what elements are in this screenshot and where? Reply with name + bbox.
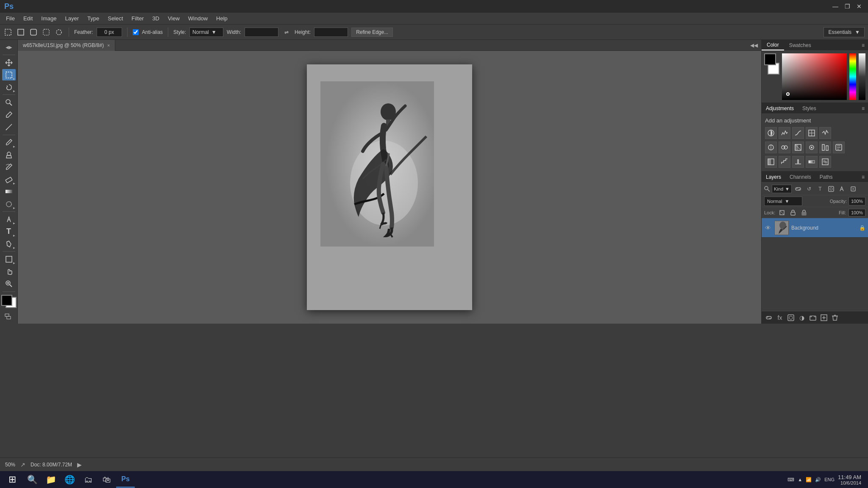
store-taskbar-icon[interactable]: 🛍	[97, 471, 116, 488]
posterize-adj[interactable]	[779, 156, 790, 168]
shape-tool[interactable]: ▶	[2, 253, 16, 265]
new-group-btn[interactable]	[808, 313, 818, 322]
menu-file[interactable]: File	[2, 14, 19, 23]
threshold-adj[interactable]	[792, 156, 804, 168]
menu-edit[interactable]: Edit	[19, 14, 37, 23]
file-explorer-taskbar-icon[interactable]: 📁	[42, 471, 60, 488]
menu-3d[interactable]: 3D	[148, 14, 164, 23]
quick-select-tool[interactable]	[2, 97, 16, 108]
move-tool[interactable]	[2, 57, 16, 68]
exposure-adj[interactable]	[806, 127, 818, 139]
close-document-tab[interactable]: ×	[107, 43, 110, 48]
new-layer-btn[interactable]	[819, 313, 829, 322]
menu-window[interactable]: Window	[184, 14, 212, 23]
gradient-map-adj[interactable]	[806, 156, 818, 168]
layer-smart-obj-icon[interactable]	[849, 184, 858, 194]
layer-row-background[interactable]: 👁 Background 🔒	[762, 218, 868, 238]
search-taskbar-icon[interactable]: 🔍	[23, 471, 42, 488]
pen-tool[interactable]: ▶	[2, 214, 16, 225]
antialias-checkbox[interactable]	[133, 29, 139, 35]
extra-tools[interactable]	[2, 311, 16, 322]
color-gradient-picker[interactable]	[782, 53, 847, 100]
menu-type[interactable]: Type	[83, 14, 103, 23]
invert-adj[interactable]	[765, 156, 777, 168]
stamp-tool[interactable]	[2, 149, 16, 161]
collapse-toolbar-btn[interactable]: ◀▶	[2, 42, 16, 53]
tab-styles[interactable]: Styles	[798, 104, 821, 113]
curves-adj[interactable]	[792, 127, 804, 139]
foreground-color-swatch[interactable]	[1, 295, 12, 306]
document-tab[interactable]: w657k8eU1SI.jpg @ 50% (RGB/8#) ×	[18, 40, 115, 51]
marquee-tool-rect[interactable]	[3, 28, 13, 37]
color-opacity-bar[interactable]	[859, 53, 865, 100]
tab-layers[interactable]: Layers	[762, 172, 785, 182]
color-panel-menu[interactable]: ≡	[858, 42, 868, 48]
gradient-tool[interactable]	[2, 186, 16, 197]
start-button[interactable]: ⊞	[2, 471, 23, 488]
minimize-button[interactable]: —	[831, 2, 840, 11]
tool-option-4[interactable]	[54, 28, 64, 37]
tool-option-3[interactable]	[42, 28, 51, 37]
menu-filter[interactable]: Filter	[127, 14, 148, 23]
volume-icon[interactable]: 🔊	[815, 477, 821, 482]
collapse-panel-button[interactable]: ◀◀	[747, 42, 761, 48]
add-style-btn[interactable]: fx	[775, 313, 785, 322]
maximize-button[interactable]: ❐	[843, 2, 852, 11]
tool-option-1[interactable]	[16, 28, 25, 37]
arrow-up-icon[interactable]: ▲	[798, 477, 802, 482]
swap-dimensions-icon[interactable]: ⇌	[282, 28, 291, 37]
menu-help[interactable]: Help	[212, 14, 232, 23]
marquee-tool[interactable]: ▶	[2, 69, 16, 80]
feather-input[interactable]	[97, 28, 122, 37]
browser-taskbar-icon[interactable]: 🌐	[60, 471, 79, 488]
color-balance-adj[interactable]	[779, 141, 790, 153]
layer-type-icon[interactable]: T	[815, 184, 825, 194]
essentials-dropdown[interactable]: Essentials ▼	[823, 27, 865, 37]
blur-tool[interactable]: ▶	[2, 198, 16, 210]
layer-refresh-icon[interactable]: ↺	[804, 184, 814, 194]
canvas-viewport[interactable]	[18, 51, 761, 324]
type-tool[interactable]: T ▶	[2, 226, 16, 237]
tab-channels[interactable]: Channels	[785, 172, 815, 182]
menu-view[interactable]: View	[164, 14, 184, 23]
tab-paths[interactable]: Paths	[815, 172, 837, 182]
brush-tool[interactable]: ▶	[2, 136, 16, 148]
fill-input[interactable]	[849, 209, 865, 216]
path-select-tool[interactable]: ▶	[2, 238, 16, 250]
lock-pixels-btn[interactable]	[778, 208, 786, 217]
color-spectrum-bar[interactable]	[849, 53, 856, 100]
photo-filter-adj[interactable]	[806, 141, 818, 153]
network-icon[interactable]: 📶	[806, 477, 812, 482]
lock-position-btn[interactable]	[789, 208, 797, 217]
tab-adjustments[interactable]: Adjustments	[762, 104, 798, 113]
vibrance-adj[interactable]	[819, 127, 831, 139]
brightness-contrast-adj[interactable]	[765, 127, 777, 139]
keyboard-icon[interactable]: ⌨	[787, 477, 794, 482]
lock-all-btn[interactable]	[800, 208, 808, 217]
blend-mode-dropdown[interactable]: Normal ▼	[764, 197, 802, 206]
adjustments-panel-menu[interactable]: ≡	[858, 105, 868, 111]
lasso-tool[interactable]: ▶	[2, 81, 16, 93]
link-layers-btn[interactable]	[764, 313, 773, 322]
close-button[interactable]: ✕	[854, 2, 864, 11]
layers-filter-dropdown[interactable]: Kind ▼	[772, 185, 792, 193]
width-input[interactable]	[245, 28, 278, 37]
new-adjustment-btn[interactable]: ◑	[797, 313, 807, 322]
hue-sat-adj[interactable]	[765, 141, 777, 153]
tab-color[interactable]: Color	[762, 40, 784, 50]
menu-select[interactable]: Select	[103, 14, 127, 23]
menu-layer[interactable]: Layer	[61, 14, 83, 23]
tab-swatches[interactable]: Swatches	[784, 41, 816, 50]
levels-adj[interactable]	[779, 127, 790, 139]
style-dropdown[interactable]: Normal ▼	[189, 28, 223, 37]
eraser-tool[interactable]: ▶	[2, 174, 16, 185]
hand-tool[interactable]	[2, 266, 16, 277]
add-mask-btn[interactable]	[786, 313, 796, 322]
status-play-icon[interactable]: ▶	[77, 461, 82, 468]
ruler-tool[interactable]	[2, 121, 16, 133]
layers-panel-menu[interactable]: ≡	[858, 174, 868, 180]
history-brush-tool[interactable]	[2, 161, 16, 173]
photoshop-taskbar-icon[interactable]: Ps	[116, 471, 135, 488]
folder-taskbar-icon[interactable]: 🗂	[79, 471, 97, 488]
delete-layer-btn[interactable]	[830, 313, 840, 322]
